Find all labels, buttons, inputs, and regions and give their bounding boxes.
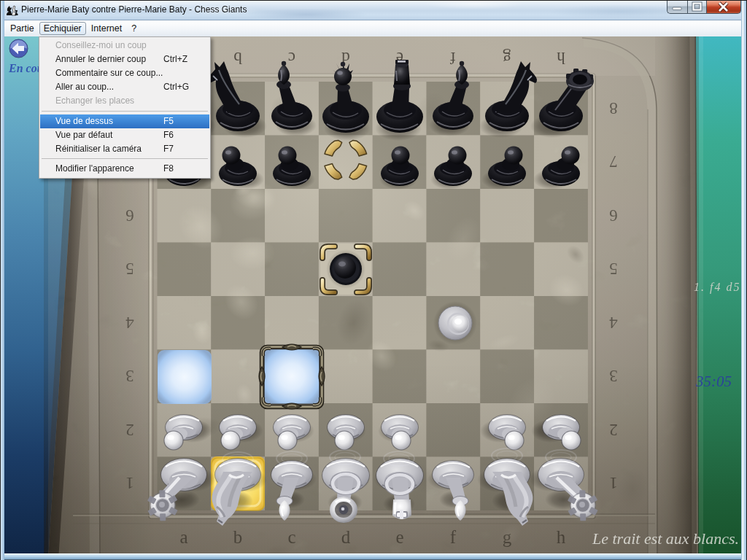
svg-text:1. f4 d5: 1. f4 d5	[694, 281, 740, 294]
svg-text:Le trait est aux blancs.: Le trait est aux blancs.	[592, 529, 739, 548]
svg-text:35:05: 35:05	[695, 373, 732, 390]
